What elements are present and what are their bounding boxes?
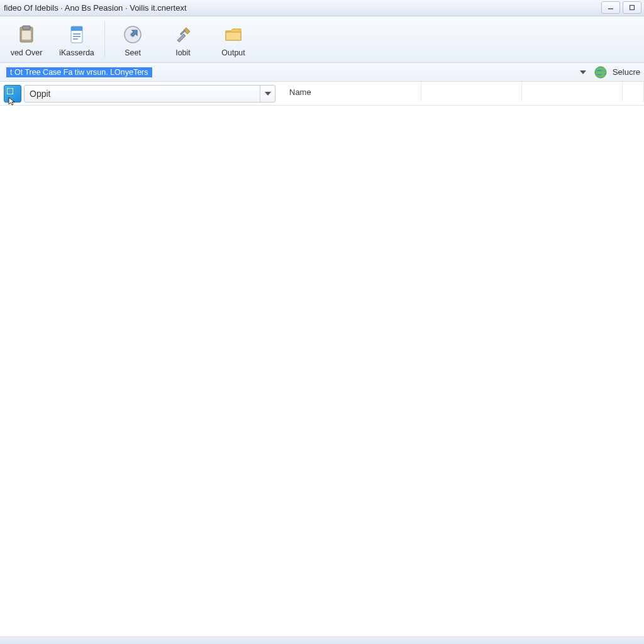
svg-rect-4	[22, 31, 31, 40]
path-field[interactable]: t Ot Tree Case Fa tiw vrsun. LOnyeTers	[4, 65, 572, 79]
path-bar: t Ot Tree Case Fa tiw vrsun. LOnyeTers S…	[0, 63, 644, 82]
maximize-button[interactable]	[623, 1, 641, 14]
toolbar-button-label: Seet	[125, 48, 141, 57]
toolbar-button-label: Iobit	[175, 48, 191, 57]
svg-rect-6	[71, 26, 82, 31]
svg-rect-8	[73, 36, 80, 37]
svg-point-14	[595, 67, 606, 78]
svg-rect-7	[73, 33, 80, 35]
column-header-2[interactable]	[421, 82, 522, 102]
toolbar-button-output[interactable]: Output	[208, 16, 258, 62]
document-blue-icon	[64, 22, 89, 47]
folder-icon	[221, 22, 246, 47]
column-header-4[interactable]	[623, 82, 644, 102]
svg-rect-1	[630, 6, 635, 10]
disc-arrow-icon	[120, 22, 145, 47]
toolbar-button-kasserda[interactable]: iKasserda	[52, 16, 102, 62]
svg-rect-3	[23, 26, 30, 30]
filter-combo-value: Oppit	[25, 89, 260, 99]
tools-icon	[170, 22, 196, 47]
column-header-3[interactable]	[522, 82, 623, 102]
window-title: fideo Of Idebils · Ano Bs Peasion · Voil…	[4, 3, 640, 13]
list-view[interactable]	[0, 106, 644, 636]
toolbar-button-iobit[interactable]: Iobit	[158, 16, 208, 62]
column-headers: Name	[283, 82, 644, 102]
toolbar-button-label: ved Over	[11, 48, 43, 57]
path-selected-text: t Ot Tree Case Fa tiw vrsun. LOnyeTers	[6, 67, 152, 77]
clipboard-icon	[14, 22, 39, 47]
chevron-down-icon[interactable]	[260, 86, 275, 102]
toolbar-button-label: iKasserda	[59, 48, 94, 57]
column-header-label: Name	[289, 87, 311, 97]
column-header-name[interactable]: Name	[283, 82, 421, 102]
svg-rect-9	[73, 38, 78, 40]
status-bar	[0, 636, 644, 644]
app-tile-icon[interactable]	[4, 85, 21, 103]
filter-combo[interactable]: Oppit	[24, 85, 275, 103]
window-controls	[601, 1, 641, 14]
cursor-icon	[8, 97, 16, 106]
svg-rect-13	[226, 32, 241, 40]
toolbar-separator	[104, 21, 105, 57]
title-bar: fideo Of Idebils · Ano Bs Peasion · Voil…	[0, 0, 644, 16]
content-area	[0, 106, 644, 636]
toolbar-button-label: Output	[221, 48, 245, 57]
secure-label[interactable]: Selucre	[613, 67, 640, 77]
toolbar-button-seet[interactable]: Seet	[108, 16, 158, 62]
toolbar-button-over[interactable]: ved Over	[1, 16, 52, 62]
minimize-button[interactable]	[601, 1, 620, 14]
path-dropdown-arrow[interactable]	[577, 67, 589, 78]
globe-icon[interactable]	[594, 65, 608, 79]
main-toolbar: ved Over iKasserda Seet Iobit Output	[0, 16, 644, 63]
